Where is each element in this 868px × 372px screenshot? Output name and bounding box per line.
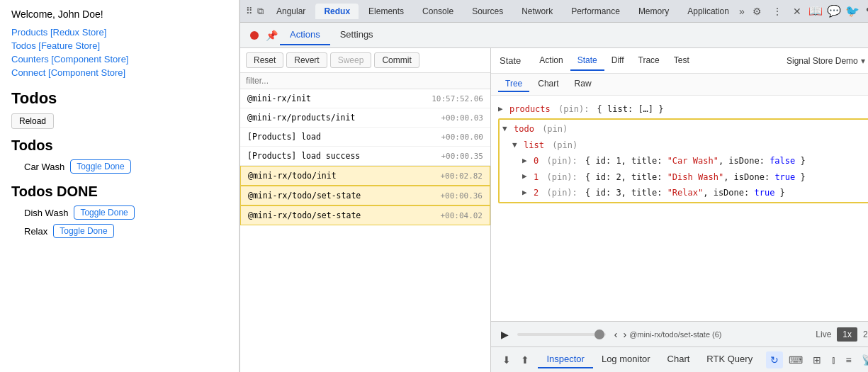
- store-name: Signal Store Demo: [787, 56, 858, 66]
- heart-icon[interactable]: ❤: [862, 3, 868, 20]
- columns-icon[interactable]: ⫿: [827, 351, 840, 368]
- tab-sources[interactable]: Sources: [463, 4, 512, 19]
- tab-elements[interactable]: Elements: [360, 4, 412, 19]
- download-icon[interactable]: ⬇: [498, 351, 515, 368]
- bottom-toolbar: ⬇ ⬆ Inspector Log monitor Chart RTK Quer…: [491, 346, 868, 372]
- action-item-2[interactable]: [Products] load +00:00.00: [240, 128, 490, 147]
- reload-button[interactable]: Reload: [11, 113, 54, 129]
- item2-value: { id: 3, title: "Relax", isDone: true }: [580, 186, 785, 200]
- nav-list: Products [Redux Store] Todos [Feature St…: [11, 27, 227, 78]
- nav-item-connect[interactable]: Connect [Component Store]: [11, 67, 227, 78]
- todo-label-carwash: Car Wash: [24, 162, 64, 172]
- tree-tab-chart[interactable]: Chart: [531, 77, 565, 92]
- sweep-button[interactable]: Sweep: [330, 52, 372, 68]
- state-tab-diff[interactable]: Diff: [604, 51, 631, 71]
- record-button[interactable]: [246, 27, 263, 44]
- left-panel: Welcome, John Doe! Products [Redux Store…: [0, 0, 239, 372]
- nav-item-counters[interactable]: Counters [Component Store]: [11, 54, 227, 64]
- tree-tab-tree[interactable]: Tree: [498, 77, 529, 92]
- state-tab-trace[interactable]: Trace: [631, 51, 667, 71]
- expand-todo-icon[interactable]: ▼: [502, 123, 511, 136]
- scrubber-thumb[interactable]: [594, 329, 604, 339]
- browser-tab-bar: ⠿ ⧉ Angular Redux Elements Console Sourc…: [240, 0, 868, 23]
- chevron-down-icon[interactable]: ▾: [861, 56, 865, 66]
- todos-list: Car Wash Toggle Done: [11, 159, 227, 174]
- tab-memory[interactable]: Memory: [630, 4, 677, 19]
- next-step-button[interactable]: ›: [620, 326, 629, 343]
- terminal-icon[interactable]: ⌨: [784, 351, 807, 368]
- action-name-4: @mini-rx/todo/init: [248, 171, 337, 181]
- devtools-body: Reset Revert Sweep Commit @mini-rx/init …: [240, 48, 868, 372]
- action-item-0[interactable]: @mini-rx/init 10:57:52.06: [240, 89, 490, 108]
- state-tab-test[interactable]: Test: [667, 51, 697, 71]
- state-header: State Action State Diff Trace Test Signa…: [491, 48, 868, 74]
- action-time-0: 10:57:52.06: [432, 94, 483, 103]
- bottom-tab-chart[interactable]: Chart: [659, 351, 699, 368]
- play-button[interactable]: ▶: [498, 326, 512, 343]
- toggle-done-relax[interactable]: Toggle Done: [53, 224, 113, 238]
- item2-pin: (pin):: [541, 186, 577, 200]
- action-item-5[interactable]: @mini-rx/todo/set-state +00:00.36: [240, 186, 490, 205]
- action-time-2: +00:00.00: [441, 133, 483, 142]
- tab-angular[interactable]: Angular: [268, 4, 314, 19]
- expand-item0-icon[interactable]: ▶: [522, 154, 531, 168]
- todos-section-heading: Todos: [11, 137, 227, 154]
- subtab-actions[interactable]: Actions: [280, 25, 330, 45]
- chat-icon[interactable]: 💬: [825, 3, 842, 20]
- action-item-4[interactable]: @mini-rx/todo/init +00:02.82: [240, 166, 490, 186]
- expand-item2-icon[interactable]: ▶: [522, 186, 531, 200]
- pin-button[interactable]: 📌: [263, 27, 280, 44]
- close-devtools-icon[interactable]: ✕: [789, 3, 806, 20]
- tree-tab-raw[interactable]: Raw: [568, 77, 599, 92]
- prev-step-button[interactable]: ‹: [611, 326, 621, 343]
- nav-item-products[interactable]: Products [Redux Store]: [11, 27, 227, 38]
- scrubber[interactable]: [517, 333, 606, 336]
- subtab-settings[interactable]: Settings: [330, 25, 383, 45]
- tab-performance[interactable]: Performance: [563, 4, 629, 19]
- nav-link-todos[interactable]: Todos [Feature Store]: [11, 40, 100, 51]
- action-name-6: @mini-rx/todo/set-state: [248, 210, 361, 220]
- action-item-1[interactable]: @mini-rx/products/init +00:00.03: [240, 108, 490, 128]
- filter-input[interactable]: [240, 73, 490, 89]
- reset-button[interactable]: Reset: [246, 52, 283, 68]
- action-item-3[interactable]: [Products] load success +00:00.35: [240, 147, 490, 166]
- responsive-icon: ⧉: [257, 6, 264, 17]
- bottom-tab-logmonitor[interactable]: Log monitor: [593, 351, 659, 368]
- twitter-icon[interactable]: 🐦: [844, 3, 861, 20]
- expand-list-icon[interactable]: ▼: [512, 139, 521, 152]
- tab-network[interactable]: Network: [513, 4, 561, 19]
- speed-1x-button[interactable]: 1x: [837, 327, 857, 342]
- commit-button[interactable]: Commit: [374, 52, 419, 68]
- more-options-icon[interactable]: ⋮: [769, 3, 786, 20]
- step-label: @mini-rx/todo/set-state (6): [629, 330, 721, 339]
- bottom-tab-inspector[interactable]: Inspector: [538, 351, 592, 368]
- toggle-done-dishwash[interactable]: Toggle Done: [74, 205, 134, 220]
- nav-link-counters[interactable]: Counters [Component Store]: [11, 54, 128, 64]
- revert-button[interactable]: Revert: [286, 52, 327, 68]
- action-item-6[interactable]: @mini-rx/todo/set-state +00:04.02: [240, 205, 490, 225]
- state-tab-state[interactable]: State: [570, 51, 604, 71]
- tab-redux[interactable]: Redux: [315, 4, 359, 19]
- tab-application[interactable]: Application: [679, 4, 738, 19]
- state-tab-action[interactable]: Action: [532, 51, 570, 71]
- rows-icon[interactable]: ≡: [842, 351, 856, 368]
- upload-icon[interactable]: ⬆: [517, 351, 534, 368]
- settings-icon[interactable]: ⚙: [749, 3, 766, 20]
- expand-item1-icon[interactable]: ▶: [522, 170, 531, 184]
- more-tabs-button[interactable]: »: [739, 6, 745, 17]
- tab-console[interactable]: Console: [414, 4, 462, 19]
- live-button[interactable]: Live: [810, 327, 837, 342]
- nav-item-todos[interactable]: Todos [Feature Store]: [11, 40, 227, 51]
- book-icon[interactable]: 📖: [807, 3, 824, 20]
- nav-link-products[interactable]: Products [Redux Store]: [11, 27, 106, 38]
- speed-2x-button[interactable]: 2x: [857, 327, 868, 342]
- nav-link-connect[interactable]: Connect [Component Store]: [11, 67, 125, 78]
- tree-row-item-1: ▶ 1 (pin): { id: 2, title: "Dish Wash", …: [502, 169, 868, 185]
- refresh-state-icon[interactable]: ↻: [766, 351, 783, 368]
- broadcast-icon[interactable]: 📡: [857, 351, 868, 368]
- grid-icon[interactable]: ⊞: [808, 351, 825, 368]
- todo-pin: (pin): [537, 122, 568, 136]
- toggle-done-carwash[interactable]: Toggle Done: [70, 159, 130, 174]
- bottom-tab-rtkquery[interactable]: RTK Query: [698, 351, 761, 368]
- expand-products-icon[interactable]: ▶: [498, 103, 507, 116]
